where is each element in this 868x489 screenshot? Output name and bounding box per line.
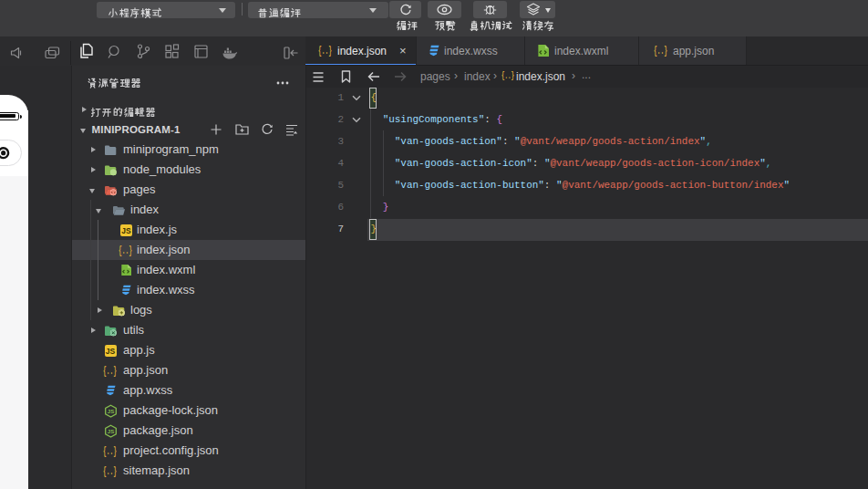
svg-text:JS: JS (107, 428, 113, 433)
svg-text:{..}: {..} (103, 364, 117, 377)
svg-text:{..}: {..} (501, 69, 514, 82)
svg-text:{..}: {..} (103, 444, 117, 457)
svg-text:{..}: {..} (103, 464, 117, 477)
svg-text:JS: JS (107, 408, 113, 413)
svg-text:{..}: {..} (654, 45, 667, 57)
svg-text:{..}: {..} (119, 244, 132, 256)
svg-text:{..}: {..} (318, 45, 332, 57)
